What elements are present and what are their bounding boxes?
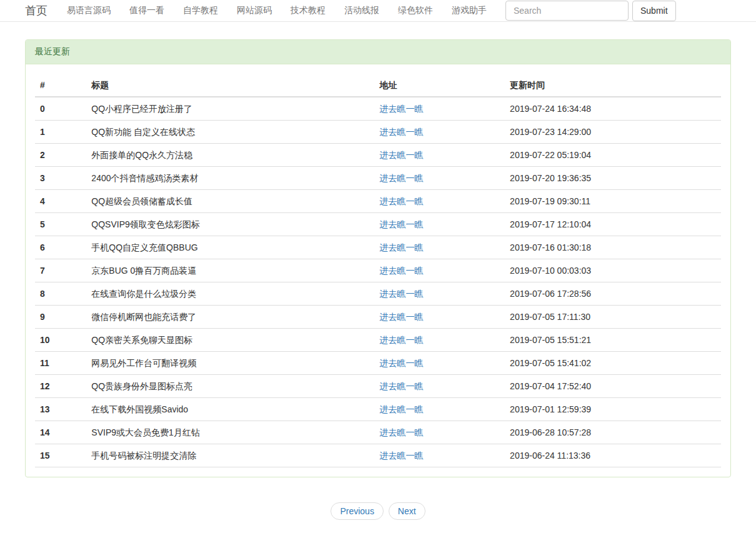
nav-item-4[interactable]: 技术教程: [281, 0, 335, 21]
table-row: 9微信停机断网也能充话费了进去瞧一瞧2019-07-05 17:11:30: [35, 306, 721, 329]
row-link-cell: 进去瞧一瞧: [375, 236, 505, 259]
visit-link[interactable]: 进去瞧一瞧: [380, 173, 424, 183]
column-header: #: [35, 74, 86, 97]
row-update-time: 2019-07-20 19:36:35: [505, 167, 721, 190]
table-row: 15手机号码被标注明提交清除进去瞧一瞧2019-06-24 11:13:36: [35, 444, 721, 467]
nav-item-6[interactable]: 绿色软件: [389, 0, 442, 21]
row-update-time: 2019-07-10 00:03:03: [505, 259, 721, 282]
row-title: QQ新功能 自定义在线状态: [86, 121, 374, 144]
row-title: 手机号码被标注明提交清除: [86, 444, 374, 467]
row-title: 在线下载外国视频Savido: [86, 398, 374, 421]
table-row: 7京东BUG 0撸百万商品装逼进去瞧一瞧2019-07-10 00:03:03: [35, 259, 721, 282]
row-title: SVIP9或大会员免费1月红钻: [86, 421, 374, 444]
table-row: 8在线查询你是什么垃圾分类进去瞧一瞧2019-07-06 17:28:56: [35, 282, 721, 306]
row-index: 8: [35, 282, 86, 306]
row-index: 0: [35, 97, 86, 121]
nav-menu-item: 值得一看: [120, 0, 174, 21]
table-row: 0QQ小程序已经开放注册了进去瞧一瞧2019-07-24 16:34:48: [35, 97, 721, 121]
visit-link[interactable]: 进去瞧一瞧: [380, 358, 424, 368]
nav-menu-item: 游戏助手: [442, 0, 496, 21]
table-row: 13在线下载外国视频Savido进去瞧一瞧2019-07-01 12:59:39: [35, 398, 721, 421]
table-row: 12QQ贵族身份外显图标点亮进去瞧一瞧2019-07-04 17:52:40: [35, 375, 721, 398]
visit-link[interactable]: 进去瞧一瞧: [380, 312, 424, 322]
panel-title: 最近更新: [26, 40, 730, 64]
visit-link[interactable]: 进去瞧一瞧: [380, 150, 424, 160]
visit-link[interactable]: 进去瞧一瞧: [380, 451, 424, 461]
row-index: 6: [35, 236, 86, 259]
table-row: 4QQ超级会员领储蓄成长值进去瞧一瞧2019-07-19 09:30:11: [35, 190, 721, 213]
row-index: 12: [35, 375, 86, 398]
nav-item-5[interactable]: 活动线报: [335, 0, 389, 21]
visit-link[interactable]: 进去瞧一瞧: [380, 335, 424, 345]
row-title: 2400个抖音情感鸡汤类素材: [86, 167, 374, 190]
row-index: 5: [35, 213, 86, 236]
row-title: QQ亲密关系免聊天显图标: [86, 329, 374, 352]
table-row: 1QQ新功能 自定义在线状态进去瞧一瞧2019-07-23 14:29:00: [35, 121, 721, 144]
row-link-cell: 进去瞧一瞧: [375, 190, 505, 213]
previous-button[interactable]: Previous: [331, 502, 383, 520]
row-link-cell: 进去瞧一瞧: [375, 144, 505, 167]
nav-item-1[interactable]: 值得一看: [120, 0, 174, 21]
row-update-time: 2019-07-05 15:41:02: [505, 352, 721, 375]
updates-table: #标题地址更新时间 0QQ小程序已经开放注册了进去瞧一瞧2019-07-24 1…: [35, 74, 721, 467]
visit-link[interactable]: 进去瞧一瞧: [380, 104, 424, 114]
nav-menu-item: 活动线报: [335, 0, 389, 21]
table-row: 6手机QQ自定义充值QBBUG进去瞧一瞧2019-07-16 01:30:18: [35, 236, 721, 259]
row-link-cell: 进去瞧一瞧: [375, 398, 505, 421]
visit-link[interactable]: 进去瞧一瞧: [380, 404, 424, 414]
row-index: 2: [35, 144, 86, 167]
search-form: Submit: [505, 1, 676, 21]
nav-menu-item: 绿色软件: [389, 0, 442, 21]
row-link-cell: 进去瞧一瞧: [375, 213, 505, 236]
row-update-time: 2019-07-06 17:28:56: [505, 282, 721, 306]
row-title: QQ贵族身份外显图标点亮: [86, 375, 374, 398]
row-title: 微信停机断网也能充话费了: [86, 306, 374, 329]
table-header-row: #标题地址更新时间: [35, 74, 721, 97]
row-link-cell: 进去瞧一瞧: [375, 282, 505, 306]
submit-button[interactable]: Submit: [632, 1, 676, 21]
visit-link[interactable]: 进去瞧一瞧: [380, 381, 424, 391]
search-input[interactable]: [505, 1, 629, 21]
nav-menu-item: 网站源码: [227, 0, 281, 21]
row-title: QQ超级会员领储蓄成长值: [86, 190, 374, 213]
row-link-cell: 进去瞧一瞧: [375, 306, 505, 329]
table-body: 0QQ小程序已经开放注册了进去瞧一瞧2019-07-24 16:34:481QQ…: [35, 97, 721, 467]
row-index: 3: [35, 167, 86, 190]
row-index: 9: [35, 306, 86, 329]
row-title: 京东BUG 0撸百万商品装逼: [86, 259, 374, 282]
navbar: 首页 易语言源码值得一看自学教程网站源码技术教程活动线报绿色软件游戏助手 Sub…: [0, 0, 756, 22]
recent-updates-panel: 最近更新 #标题地址更新时间 0QQ小程序已经开放注册了进去瞧一瞧2019-07…: [25, 39, 731, 477]
row-index: 10: [35, 329, 86, 352]
pager: Previous Next: [0, 502, 756, 520]
column-header: 标题: [86, 74, 374, 97]
brand-link-home[interactable]: 首页: [25, 3, 47, 18]
panel-body: #标题地址更新时间 0QQ小程序已经开放注册了进去瞧一瞧2019-07-24 1…: [26, 64, 730, 477]
row-link-cell: 进去瞧一瞧: [375, 329, 505, 352]
row-update-time: 2019-06-24 11:13:36: [505, 444, 721, 467]
visit-link[interactable]: 进去瞧一瞧: [380, 427, 424, 437]
nav-item-0[interactable]: 易语言源码: [57, 0, 120, 21]
table-row: 10QQ亲密关系免聊天显图标进去瞧一瞧2019-07-05 15:51:21: [35, 329, 721, 352]
row-update-time: 2019-06-28 10:57:28: [505, 421, 721, 444]
row-title: 外面接单的QQ永久方法稳: [86, 144, 374, 167]
row-title: 网易见外工作台可翻译视频: [86, 352, 374, 375]
nav-item-3[interactable]: 网站源码: [227, 0, 281, 21]
row-update-time: 2019-07-19 09:30:11: [505, 190, 721, 213]
nav-item-7[interactable]: 游戏助手: [442, 0, 496, 21]
nav-menu: 易语言源码值得一看自学教程网站源码技术教程活动线报绿色软件游戏助手: [57, 0, 496, 21]
visit-link[interactable]: 进去瞧一瞧: [380, 127, 424, 137]
visit-link[interactable]: 进去瞧一瞧: [380, 196, 424, 206]
visit-link[interactable]: 进去瞧一瞧: [380, 266, 424, 276]
row-title: 在线查询你是什么垃圾分类: [86, 282, 374, 306]
row-update-time: 2019-07-23 14:29:00: [505, 121, 721, 144]
visit-link[interactable]: 进去瞧一瞧: [380, 219, 424, 229]
row-update-time: 2019-07-22 05:19:04: [505, 144, 721, 167]
row-update-time: 2019-07-17 12:10:04: [505, 213, 721, 236]
row-index: 4: [35, 190, 86, 213]
visit-link[interactable]: 进去瞧一瞧: [380, 242, 424, 252]
nav-item-2[interactable]: 自学教程: [174, 0, 227, 21]
next-button[interactable]: Next: [389, 502, 425, 520]
table-row: 14SVIP9或大会员免费1月红钻进去瞧一瞧2019-06-28 10:57:2…: [35, 421, 721, 444]
visit-link[interactable]: 进去瞧一瞧: [380, 289, 424, 299]
nav-menu-item: 技术教程: [281, 0, 335, 21]
